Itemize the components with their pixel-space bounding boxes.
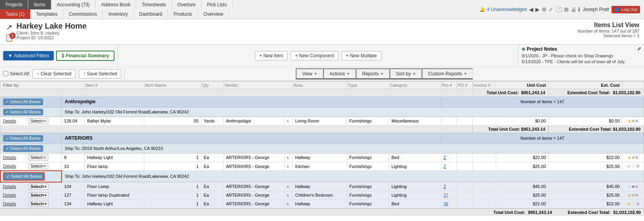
remove-icon[interactable]: ✕ <box>635 192 639 198</box>
filter-item-num-input[interactable] <box>86 83 109 88</box>
nav-templates[interactable]: Templates <box>31 9 64 19</box>
grid-icon[interactable]: ⊞ <box>564 6 569 13</box>
clock-icon[interactable]: 🕐 <box>555 6 562 13</box>
financial-summary-button[interactable]: $ Financial Summary <box>56 51 115 61</box>
nav-pick-lists[interactable]: Pick Lists <box>202 0 233 9</box>
filter-vendor-input[interactable] <box>224 83 271 88</box>
external-link-icon[interactable]: ↗ <box>6 22 13 32</box>
reports-button[interactable]: Reports ▼ <box>356 68 389 79</box>
nav-arrow-right-icon[interactable]: ▶ <box>535 6 540 13</box>
save-selected-button[interactable]: ↑ Save Selected <box>79 69 121 79</box>
filter-category-input[interactable] <box>390 83 429 88</box>
nav-overview[interactable]: Overview <box>198 9 229 19</box>
nav-projects[interactable]: Projects <box>0 0 28 9</box>
select-all-checkbox[interactable] <box>3 71 8 76</box>
details-link[interactable]: Details <box>0 199 26 208</box>
clear-selected-button[interactable]: − Clear Selected <box>32 69 76 79</box>
nav-tasks[interactable]: Tasks (1) <box>0 9 31 19</box>
select-all-below-btn[interactable]: ✓ Select All Below <box>3 99 43 105</box>
gear-icon[interactable]: ⚙ <box>542 6 547 13</box>
advanced-filters-button[interactable]: ▼ Advanced Filters <box>3 51 54 60</box>
filter-pro-input[interactable] <box>442 83 456 88</box>
select-all-checkbox-label[interactable]: Select All <box>3 71 29 77</box>
select-btn-cell[interactable]: Select>> <box>26 182 62 191</box>
new-component-button[interactable]: + New Component <box>291 51 338 60</box>
item-select-btn[interactable]: Select>> <box>29 201 49 207</box>
item-select-btn[interactable]: Select>> <box>29 184 49 190</box>
print-icon[interactable]: 🖨 <box>571 6 576 13</box>
filter-qty-input[interactable] <box>202 83 218 88</box>
nav-timesheets[interactable]: Timesheets <box>136 0 172 9</box>
item-pro-cell[interactable]: 36 <box>441 199 457 208</box>
sort-by-button[interactable]: Sort by ▼ <box>389 68 422 79</box>
custom-reports-button[interactable]: Custom Reports ▼ <box>422 68 473 79</box>
nav-accounting[interactable]: Accounting (73) <box>51 0 96 9</box>
item-pro-cell[interactable]: 27 <box>441 191 457 199</box>
filter-item-name[interactable] <box>144 81 201 89</box>
nav-overture[interactable]: Overture <box>172 0 202 9</box>
caret-up-cell[interactable]: ∧ <box>285 182 293 191</box>
caret-up-cell[interactable]: ∧ <box>285 199 293 208</box>
item-pro-cell[interactable]: Z <box>441 182 457 191</box>
filter-pro[interactable] <box>441 81 457 89</box>
item-pro-cell[interactable]: Z <box>441 162 457 171</box>
caret-up-cell[interactable]: ∧ <box>285 153 293 162</box>
nav-address-book[interactable]: Address Book <box>96 0 136 9</box>
select-all-below-sub-btn[interactable]: ✓ Select All Below <box>3 172 45 181</box>
remove-icon[interactable]: ✕ <box>636 201 640 207</box>
nav-arrow-left-icon[interactable]: ◀ <box>529 6 533 13</box>
select-btn-cell[interactable]: Select>> <box>26 117 62 125</box>
nav-items[interactable]: Items <box>28 0 51 9</box>
filter-po[interactable] <box>457 81 472 89</box>
filter-item-num[interactable] <box>85 81 144 89</box>
item-select-btn[interactable]: Select>> <box>29 118 48 124</box>
select-btn-cell[interactable]: Select>> <box>26 162 62 171</box>
new-item-button[interactable]: + New Item <box>255 51 287 60</box>
filter-type-input[interactable] <box>348 83 379 88</box>
filter-qty[interactable] <box>201 81 224 89</box>
remove-icon[interactable]: ✕ <box>635 118 639 124</box>
item-select-btn[interactable]: Select>> <box>29 192 49 198</box>
nav-inventory[interactable]: Inventory <box>103 9 133 19</box>
filter-invoice[interactable] <box>472 81 496 89</box>
item-select-btn[interactable]: Select>> <box>29 163 48 169</box>
filter-invoice-input[interactable] <box>473 83 495 88</box>
select-all-below-sub-btn[interactable]: ✓ Select All Below <box>3 109 43 115</box>
filter-area[interactable] <box>293 81 347 89</box>
filter-area-input[interactable] <box>293 83 329 88</box>
select-all-below-sub-btn[interactable]: ✓ Select All Below <box>3 145 43 152</box>
remove-icon[interactable]: ✕ <box>635 184 639 190</box>
view-button[interactable]: View ▼ <box>296 68 323 79</box>
select-all-below-btn[interactable]: ✓ Select All Below <box>3 135 43 142</box>
caret-up-cell[interactable]: ∧ <box>285 117 293 125</box>
select-btn-cell[interactable]: Select>> <box>26 191 62 199</box>
nav-dashboard[interactable]: Dashboard <box>134 9 168 19</box>
nav-commissions[interactable]: Commissions <box>63 9 103 19</box>
remove-icon[interactable]: ✕ <box>635 155 639 161</box>
checkmark-icon[interactable]: ✓ <box>549 6 553 13</box>
actions-button[interactable]: Actions ▼ <box>323 68 356 79</box>
item-pro-cell[interactable]: Z <box>441 153 457 162</box>
details-link[interactable]: Details <box>0 191 26 199</box>
filter-item-name-input[interactable] <box>145 83 188 88</box>
caret-up-cell[interactable]: ∧ <box>285 162 293 171</box>
caret-up-cell[interactable]: ∧ <box>285 191 293 199</box>
info-icon[interactable]: ℹ <box>578 6 580 13</box>
select-btn-cell[interactable]: Select>> <box>26 199 62 208</box>
details-link[interactable]: Details <box>0 182 26 191</box>
filter-po-input[interactable] <box>458 83 471 88</box>
plus-icon[interactable]: ⊕ <box>522 47 525 52</box>
new-multiple-button[interactable]: + New Multiple <box>342 51 381 60</box>
filter-category[interactable] <box>389 81 441 89</box>
remove-icon[interactable]: ✕ <box>636 163 640 169</box>
select-btn-cell[interactable]: Select>> <box>26 153 62 162</box>
item-select-btn[interactable]: Select>> <box>29 155 48 161</box>
details-link[interactable]: Details <box>0 117 26 125</box>
expand-icon[interactable]: ⤢ <box>637 46 641 52</box>
logout-button[interactable]: 👤 Log Out <box>611 6 640 13</box>
details-link[interactable]: Details <box>0 153 26 162</box>
filter-type[interactable] <box>347 81 389 89</box>
details-link[interactable]: Details <box>0 162 26 171</box>
nav-products[interactable]: Products <box>168 9 198 19</box>
filter-vendor[interactable] <box>224 81 293 89</box>
